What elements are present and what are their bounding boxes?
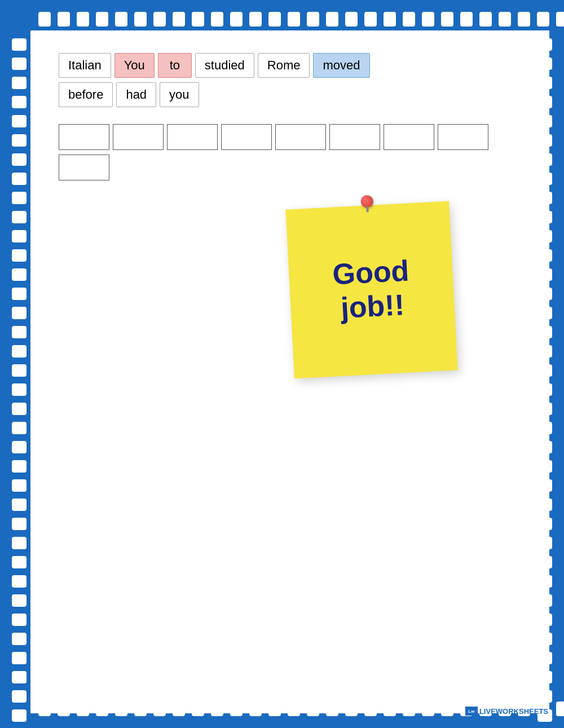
- word-tile-italian[interactable]: Italian: [59, 53, 111, 78]
- word-tile-studied[interactable]: studied: [195, 53, 254, 78]
- sticky-note-line2: job!!: [340, 288, 405, 324]
- perforations-top: [8, 8, 564, 30]
- word-tile-you2[interactable]: you: [160, 82, 199, 107]
- answer-box-3[interactable]: [167, 124, 218, 150]
- answer-row-2: [59, 155, 521, 180]
- words-row-2: before had you: [59, 82, 521, 107]
- pin: [359, 195, 375, 211]
- sticky-note: Good job!!: [285, 201, 457, 379]
- watermark-text: LIVEWORKSHEETS: [479, 707, 548, 716]
- watermark-logo: Lw: [465, 707, 478, 716]
- words-row-1: Italian You to studied Rome moved: [59, 53, 521, 78]
- sticky-note-line1: Good: [332, 254, 410, 291]
- word-tile-moved[interactable]: moved: [313, 53, 369, 78]
- word-tile-to[interactable]: to: [158, 53, 192, 78]
- pin-needle: [366, 206, 369, 212]
- word-tile-you[interactable]: You: [114, 53, 155, 78]
- word-tile-had[interactable]: had: [116, 82, 156, 107]
- perforations-left: [8, 30, 30, 713]
- word-tile-rome[interactable]: Rome: [258, 53, 310, 78]
- watermark: Lw LIVEWORKSHEETS: [465, 707, 548, 716]
- answer-box-1[interactable]: [59, 124, 109, 150]
- answer-box-8[interactable]: [438, 124, 488, 150]
- sticky-note-text: Good job!!: [332, 254, 412, 326]
- answer-box-7[interactable]: [384, 124, 434, 150]
- answer-box-4[interactable]: [221, 124, 272, 150]
- answer-box-6[interactable]: [329, 124, 380, 150]
- answer-box-9[interactable]: [59, 155, 109, 180]
- answer-box-5[interactable]: [275, 124, 326, 150]
- sticky-note-container: Good job!!: [290, 205, 459, 386]
- answer-box-2[interactable]: [113, 124, 164, 150]
- word-tile-before[interactable]: before: [59, 82, 113, 107]
- content-area: Italian You to studied Rome moved before…: [30, 30, 549, 713]
- answer-row-1: [59, 124, 521, 150]
- page-border: Italian You to studied Rome moved before…: [0, 0, 564, 728]
